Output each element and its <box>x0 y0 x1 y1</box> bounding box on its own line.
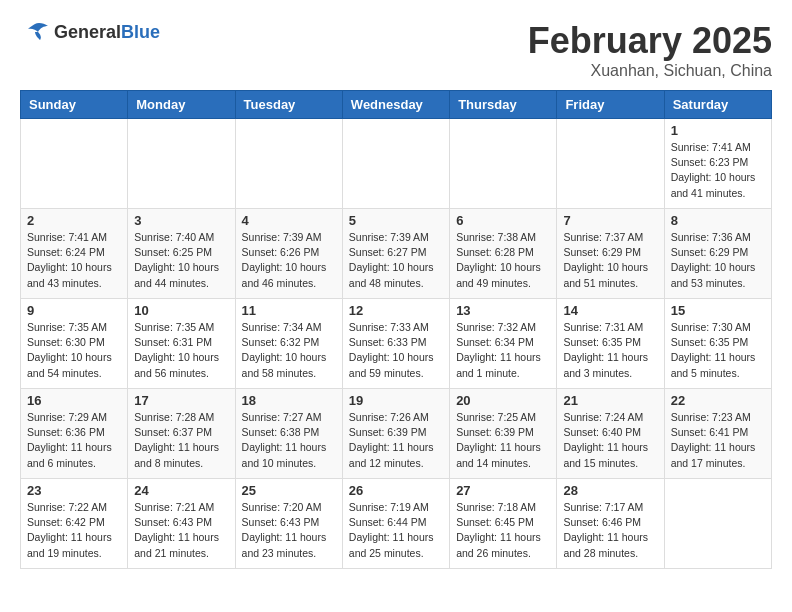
logo-blue: Blue <box>121 22 160 42</box>
day-number: 10 <box>134 303 228 318</box>
day-info: Sunrise: 7:37 AM Sunset: 6:29 PM Dayligh… <box>563 230 657 291</box>
day-info: Sunrise: 7:32 AM Sunset: 6:34 PM Dayligh… <box>456 320 550 381</box>
calendar-cell: 20Sunrise: 7:25 AM Sunset: 6:39 PM Dayli… <box>450 389 557 479</box>
calendar-cell: 13Sunrise: 7:32 AM Sunset: 6:34 PM Dayli… <box>450 299 557 389</box>
day-number: 22 <box>671 393 765 408</box>
day-number: 9 <box>27 303 121 318</box>
day-number: 25 <box>242 483 336 498</box>
day-number: 5 <box>349 213 443 228</box>
calendar-cell: 26Sunrise: 7:19 AM Sunset: 6:44 PM Dayli… <box>342 479 449 569</box>
day-info: Sunrise: 7:19 AM Sunset: 6:44 PM Dayligh… <box>349 500 443 561</box>
calendar-cell: 2Sunrise: 7:41 AM Sunset: 6:24 PM Daylig… <box>21 209 128 299</box>
calendar-cell: 15Sunrise: 7:30 AM Sunset: 6:35 PM Dayli… <box>664 299 771 389</box>
logo-general: General <box>54 22 121 42</box>
calendar-cell: 25Sunrise: 7:20 AM Sunset: 6:43 PM Dayli… <box>235 479 342 569</box>
day-number: 26 <box>349 483 443 498</box>
day-number: 13 <box>456 303 550 318</box>
day-number: 14 <box>563 303 657 318</box>
day-info: Sunrise: 7:40 AM Sunset: 6:25 PM Dayligh… <box>134 230 228 291</box>
day-info: Sunrise: 7:34 AM Sunset: 6:32 PM Dayligh… <box>242 320 336 381</box>
weekday-header-cell: Thursday <box>450 91 557 119</box>
calendar-cell: 12Sunrise: 7:33 AM Sunset: 6:33 PM Dayli… <box>342 299 449 389</box>
calendar-cell <box>450 119 557 209</box>
day-info: Sunrise: 7:28 AM Sunset: 6:37 PM Dayligh… <box>134 410 228 471</box>
day-info: Sunrise: 7:18 AM Sunset: 6:45 PM Dayligh… <box>456 500 550 561</box>
page-header: GeneralBlue February 2025 Xuanhan, Sichu… <box>20 20 772 80</box>
day-info: Sunrise: 7:41 AM Sunset: 6:24 PM Dayligh… <box>27 230 121 291</box>
day-info: Sunrise: 7:17 AM Sunset: 6:46 PM Dayligh… <box>563 500 657 561</box>
day-info: Sunrise: 7:36 AM Sunset: 6:29 PM Dayligh… <box>671 230 765 291</box>
day-info: Sunrise: 7:21 AM Sunset: 6:43 PM Dayligh… <box>134 500 228 561</box>
weekday-header-row: SundayMondayTuesdayWednesdayThursdayFrid… <box>21 91 772 119</box>
calendar-cell <box>21 119 128 209</box>
day-number: 12 <box>349 303 443 318</box>
day-number: 1 <box>671 123 765 138</box>
day-number: 20 <box>456 393 550 408</box>
calendar-cell: 11Sunrise: 7:34 AM Sunset: 6:32 PM Dayli… <box>235 299 342 389</box>
day-info: Sunrise: 7:25 AM Sunset: 6:39 PM Dayligh… <box>456 410 550 471</box>
weekday-header-cell: Friday <box>557 91 664 119</box>
calendar-cell: 14Sunrise: 7:31 AM Sunset: 6:35 PM Dayli… <box>557 299 664 389</box>
day-number: 21 <box>563 393 657 408</box>
calendar-cell: 1Sunrise: 7:41 AM Sunset: 6:23 PM Daylig… <box>664 119 771 209</box>
calendar-cell: 3Sunrise: 7:40 AM Sunset: 6:25 PM Daylig… <box>128 209 235 299</box>
day-info: Sunrise: 7:30 AM Sunset: 6:35 PM Dayligh… <box>671 320 765 381</box>
day-info: Sunrise: 7:39 AM Sunset: 6:26 PM Dayligh… <box>242 230 336 291</box>
day-number: 24 <box>134 483 228 498</box>
day-info: Sunrise: 7:24 AM Sunset: 6:40 PM Dayligh… <box>563 410 657 471</box>
calendar-cell: 10Sunrise: 7:35 AM Sunset: 6:31 PM Dayli… <box>128 299 235 389</box>
calendar-cell <box>664 479 771 569</box>
day-info: Sunrise: 7:35 AM Sunset: 6:30 PM Dayligh… <box>27 320 121 381</box>
calendar-cell <box>128 119 235 209</box>
calendar-table: SundayMondayTuesdayWednesdayThursdayFrid… <box>20 90 772 569</box>
calendar-cell: 18Sunrise: 7:27 AM Sunset: 6:38 PM Dayli… <box>235 389 342 479</box>
calendar-cell: 5Sunrise: 7:39 AM Sunset: 6:27 PM Daylig… <box>342 209 449 299</box>
calendar-cell: 7Sunrise: 7:37 AM Sunset: 6:29 PM Daylig… <box>557 209 664 299</box>
day-info: Sunrise: 7:20 AM Sunset: 6:43 PM Dayligh… <box>242 500 336 561</box>
calendar-cell: 22Sunrise: 7:23 AM Sunset: 6:41 PM Dayli… <box>664 389 771 479</box>
calendar-cell: 27Sunrise: 7:18 AM Sunset: 6:45 PM Dayli… <box>450 479 557 569</box>
day-info: Sunrise: 7:39 AM Sunset: 6:27 PM Dayligh… <box>349 230 443 291</box>
day-info: Sunrise: 7:26 AM Sunset: 6:39 PM Dayligh… <box>349 410 443 471</box>
calendar-cell <box>235 119 342 209</box>
calendar-week-row: 9Sunrise: 7:35 AM Sunset: 6:30 PM Daylig… <box>21 299 772 389</box>
weekday-header-cell: Tuesday <box>235 91 342 119</box>
calendar-cell <box>342 119 449 209</box>
day-info: Sunrise: 7:23 AM Sunset: 6:41 PM Dayligh… <box>671 410 765 471</box>
day-info: Sunrise: 7:31 AM Sunset: 6:35 PM Dayligh… <box>563 320 657 381</box>
calendar-week-row: 23Sunrise: 7:22 AM Sunset: 6:42 PM Dayli… <box>21 479 772 569</box>
day-number: 3 <box>134 213 228 228</box>
calendar-cell: 19Sunrise: 7:26 AM Sunset: 6:39 PM Dayli… <box>342 389 449 479</box>
day-number: 4 <box>242 213 336 228</box>
day-number: 6 <box>456 213 550 228</box>
weekday-header-cell: Monday <box>128 91 235 119</box>
day-number: 28 <box>563 483 657 498</box>
title-block: February 2025 Xuanhan, Sichuan, China <box>528 20 772 80</box>
logo: GeneralBlue <box>20 20 160 44</box>
day-info: Sunrise: 7:41 AM Sunset: 6:23 PM Dayligh… <box>671 140 765 201</box>
day-info: Sunrise: 7:29 AM Sunset: 6:36 PM Dayligh… <box>27 410 121 471</box>
day-number: 16 <box>27 393 121 408</box>
calendar-cell: 4Sunrise: 7:39 AM Sunset: 6:26 PM Daylig… <box>235 209 342 299</box>
day-number: 7 <box>563 213 657 228</box>
calendar-cell <box>557 119 664 209</box>
day-number: 19 <box>349 393 443 408</box>
day-number: 27 <box>456 483 550 498</box>
location-subtitle: Xuanhan, Sichuan, China <box>528 62 772 80</box>
calendar-cell: 8Sunrise: 7:36 AM Sunset: 6:29 PM Daylig… <box>664 209 771 299</box>
day-info: Sunrise: 7:35 AM Sunset: 6:31 PM Dayligh… <box>134 320 228 381</box>
day-info: Sunrise: 7:38 AM Sunset: 6:28 PM Dayligh… <box>456 230 550 291</box>
calendar-cell: 17Sunrise: 7:28 AM Sunset: 6:37 PM Dayli… <box>128 389 235 479</box>
weekday-header-cell: Wednesday <box>342 91 449 119</box>
calendar-week-row: 16Sunrise: 7:29 AM Sunset: 6:36 PM Dayli… <box>21 389 772 479</box>
logo-bird-icon <box>20 20 50 44</box>
day-number: 17 <box>134 393 228 408</box>
calendar-body: 1Sunrise: 7:41 AM Sunset: 6:23 PM Daylig… <box>21 119 772 569</box>
month-year-title: February 2025 <box>528 20 772 62</box>
weekday-header-cell: Sunday <box>21 91 128 119</box>
day-number: 18 <box>242 393 336 408</box>
day-number: 8 <box>671 213 765 228</box>
day-info: Sunrise: 7:22 AM Sunset: 6:42 PM Dayligh… <box>27 500 121 561</box>
calendar-cell: 6Sunrise: 7:38 AM Sunset: 6:28 PM Daylig… <box>450 209 557 299</box>
calendar-cell: 21Sunrise: 7:24 AM Sunset: 6:40 PM Dayli… <box>557 389 664 479</box>
